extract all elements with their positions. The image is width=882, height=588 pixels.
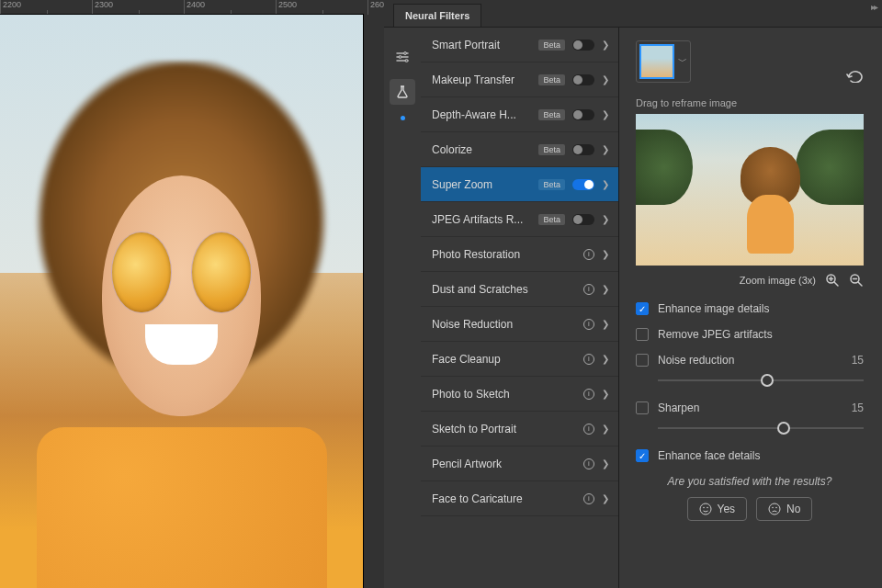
filter-toggle[interactable] — [572, 74, 594, 85]
ruler-tick: 2200 — [0, 0, 92, 15]
filter-toggle[interactable] — [572, 214, 594, 225]
info-icon[interactable]: i — [583, 284, 594, 295]
svg-point-5 — [700, 503, 711, 514]
filter-item-pencil-artwork[interactable]: Pencil Artworki❯ — [421, 447, 618, 481]
chevron-right-icon: ❯ — [602, 74, 609, 85]
smile-icon — [699, 503, 712, 515]
enhance-details-checkbox[interactable] — [636, 302, 649, 315]
beta-filters-button[interactable] — [390, 79, 415, 105]
noise-reduction-checkbox[interactable] — [636, 354, 649, 367]
preview-image[interactable] — [636, 114, 864, 266]
reframe-hint: Drag to reframe image — [636, 97, 864, 108]
featured-filters-button[interactable] — [390, 44, 415, 70]
filter-name: Photo to Sketch — [432, 388, 576, 401]
filter-toggle[interactable] — [572, 109, 594, 120]
no-label: No — [786, 503, 800, 515]
beta-badge: Beta — [538, 109, 565, 120]
chevron-down-icon: ﹀ — [678, 55, 687, 68]
filter-item-depth-aware-h[interactable]: Depth-Aware H...Beta❯ — [421, 97, 618, 132]
info-icon[interactable]: i — [583, 458, 594, 469]
filter-name: JPEG Artifacts R... — [432, 213, 531, 226]
canvas-area: 2200230024002500260027002800290030003100… — [0, 0, 384, 588]
panel-flyout-icon[interactable]: ▸▸ — [871, 2, 876, 12]
beta-badge: Beta — [538, 179, 565, 190]
filter-name: Makeup Transfer — [432, 74, 531, 86]
chevron-right-icon: ❯ — [602, 144, 609, 154]
filter-item-jpeg-artifacts-r[interactable]: JPEG Artifacts R...Beta❯ — [421, 202, 618, 237]
chevron-right-icon: ❯ — [602, 40, 609, 50]
remove-jpeg-checkbox[interactable] — [636, 328, 649, 341]
enhance-details-label: Enhance image details — [658, 302, 864, 315]
filter-toggle[interactable] — [572, 144, 594, 155]
portrait — [0, 15, 363, 588]
beta-badge: Beta — [538, 214, 565, 225]
neural-filters-panel: ▸▸ Neural Filters Smart PortraitBeta❯Mak… — [384, 0, 882, 588]
chevron-right-icon: ❯ — [602, 284, 609, 294]
filter-name: Dust and Scratches — [432, 283, 576, 296]
ruler-tick: 2600 — [368, 0, 384, 15]
chevron-right-icon: ❯ — [602, 493, 609, 503]
enhance-face-checkbox[interactable] — [636, 449, 649, 462]
info-icon[interactable]: i — [583, 493, 594, 504]
sharpen-checkbox[interactable] — [636, 401, 649, 414]
chevron-right-icon: ❯ — [602, 319, 609, 329]
filter-item-noise-reduction[interactable]: Noise Reductioni❯ — [421, 307, 618, 342]
chevron-right-icon: ❯ — [602, 214, 609, 224]
yes-label: Yes — [718, 503, 736, 515]
filter-toggle[interactable] — [572, 179, 594, 190]
tab-neural-filters[interactable]: Neural Filters — [393, 4, 481, 27]
sliders-icon — [395, 50, 410, 64]
noise-reduction-slider[interactable] — [658, 372, 864, 389]
svg-point-7 — [707, 507, 708, 509]
zoom-out-button[interactable] — [849, 273, 864, 288]
filter-name: Noise Reduction — [432, 318, 576, 331]
feedback-no-button[interactable]: No — [756, 497, 812, 521]
info-icon[interactable]: i — [583, 424, 594, 435]
filter-item-makeup-transfer[interactable]: Makeup TransferBeta❯ — [421, 62, 618, 97]
filter-toggle[interactable] — [572, 40, 594, 51]
filter-item-photo-restoration[interactable]: Photo Restorationi❯ — [421, 237, 618, 272]
enhance-face-label: Enhance face details — [658, 449, 864, 462]
filter-item-face-to-caricature[interactable]: Face to Caricaturei❯ — [421, 481, 618, 516]
info-icon[interactable]: i — [583, 389, 594, 400]
svg-point-8 — [769, 503, 780, 514]
chevron-right-icon: ❯ — [602, 389, 609, 399]
document-image[interactable] — [0, 15, 363, 588]
filter-item-sketch-to-portrait[interactable]: Sketch to Portraiti❯ — [421, 412, 618, 447]
info-icon[interactable]: i — [583, 249, 594, 260]
filter-item-photo-to-sketch[interactable]: Photo to Sketchi❯ — [421, 377, 618, 412]
remove-jpeg-label: Remove JPEG artifacts — [658, 328, 864, 341]
filter-item-face-cleanup[interactable]: Face Cleanupi❯ — [421, 342, 618, 377]
filter-name: Depth-Aware H... — [432, 108, 531, 121]
undo-icon — [845, 68, 864, 83]
zoom-out-icon — [849, 273, 864, 288]
noise-reduction-value: 15 — [852, 354, 864, 367]
zoom-in-button[interactable] — [825, 273, 840, 288]
filter-name: Pencil Artwork — [432, 458, 576, 470]
filter-item-dust-and-scratches[interactable]: Dust and Scratchesi❯ — [421, 272, 618, 307]
ruler-tick: 2300 — [92, 0, 184, 15]
info-icon[interactable]: i — [583, 319, 594, 330]
feedback-yes-button[interactable]: Yes — [687, 497, 748, 521]
zoom-level-label: Zoom image (3x) — [740, 275, 816, 286]
chevron-right-icon: ❯ — [602, 109, 609, 119]
chevron-right-icon: ❯ — [602, 354, 609, 364]
svg-point-10 — [775, 507, 777, 509]
layer-thumbnail-picker[interactable]: ﹀ — [636, 40, 691, 83]
filter-name: Colorize — [432, 143, 531, 156]
info-icon[interactable]: i — [583, 354, 594, 365]
sharpen-slider[interactable] — [658, 420, 864, 436]
filter-item-super-zoom[interactable]: Super ZoomBeta❯ — [421, 167, 618, 202]
filter-item-colorize[interactable]: ColorizeBeta❯ — [421, 132, 618, 167]
ruler-tick: 2500 — [276, 0, 368, 15]
horizontal-ruler: 2200230024002500260027002800290030003100… — [0, 0, 384, 15]
zoom-in-icon — [825, 273, 840, 288]
chevron-right-icon: ❯ — [602, 424, 609, 434]
layer-thumbnail — [639, 44, 674, 79]
beta-badge: Beta — [538, 40, 565, 51]
active-indicator-dot — [401, 116, 405, 120]
reset-button[interactable] — [845, 68, 864, 83]
filter-item-smart-portrait[interactable]: Smart PortraitBeta❯ — [421, 28, 618, 62]
chevron-right-icon: ❯ — [602, 249, 609, 259]
beta-badge: Beta — [538, 144, 565, 155]
